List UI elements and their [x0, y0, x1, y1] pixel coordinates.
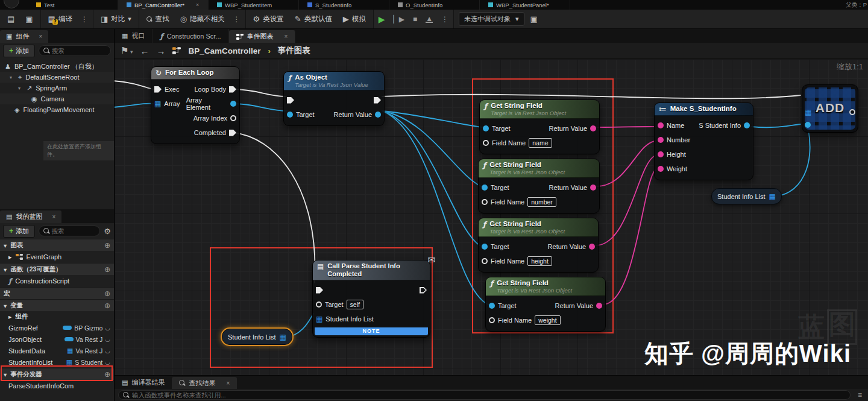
- asset-tab-wbp-studentitem[interactable]: WBP_StudentItem: [209, 0, 299, 10]
- section-macros[interactable]: 宏 ⊕: [0, 287, 114, 299]
- close-icon[interactable]: ×: [52, 213, 55, 220]
- frame-skip-button[interactable]: ▏▶: [393, 15, 404, 24]
- breadcrumb-current[interactable]: 事件图表: [278, 45, 310, 56]
- node-get-string-field-number[interactable]: ƒ Get String Field Target is Va Rest Jso…: [478, 159, 600, 213]
- node-get-string-field-name[interactable]: ƒ Get String Field Target is Va Rest Jso…: [479, 99, 600, 154]
- node-for-each-loop[interactable]: ↻ For Each Loop ExecLoop Body ▦ArrayArra…: [151, 66, 240, 144]
- section-graphs[interactable]: ▾ 图表 ⊕: [0, 239, 114, 251]
- field-name-pin[interactable]: [489, 317, 495, 323]
- var-getter-student-info-list[interactable]: Student Info List ▦: [711, 188, 782, 204]
- student-info-list-pin[interactable]: ▦: [316, 316, 322, 322]
- play-options-icon[interactable]: ⋮: [441, 15, 448, 24]
- find-references-input[interactable]: [132, 391, 846, 399]
- variable-row-studentdata[interactable]: StudentData ▦ Va Rest J ◡: [0, 345, 114, 356]
- weight-pin[interactable]: [658, 166, 664, 172]
- target-pin[interactable]: [482, 185, 488, 191]
- diff-button[interactable]: ◨ 对比 ▾: [98, 13, 134, 25]
- save-button[interactable]: ▤: [5, 13, 17, 25]
- item-in-pin[interactable]: [805, 122, 811, 128]
- return-value-pin[interactable]: [589, 244, 595, 250]
- field-name-input[interactable]: name: [529, 138, 552, 148]
- node-array-add[interactable]: ADD ▦: [802, 84, 858, 133]
- components-search-input[interactable]: [52, 47, 106, 54]
- node-get-string-field-height[interactable]: ƒ Get String Field Target is Va Rest Jso…: [478, 218, 599, 273]
- name-pin[interactable]: [658, 122, 664, 128]
- section-variables[interactable]: ▾ 变量 ⊕: [0, 299, 114, 311]
- my-blueprint-search-input[interactable]: [51, 227, 95, 235]
- tree-item-scene-root[interactable]: ▾ ⌖ DefaultSceneRoot: [0, 72, 114, 83]
- eject-button[interactable]: ▲: [426, 16, 433, 23]
- var-getter-student-info-list-selected[interactable]: Student Info List ▦: [222, 329, 292, 345]
- tab-construction-script[interactable]: ƒ Construction Scr...: [153, 29, 228, 43]
- tree-item-floating-pawn-movement[interactable]: ◈ FloatingPawnMovement: [0, 104, 114, 115]
- eye-closed-icon[interactable]: ◡: [105, 347, 110, 354]
- find-button[interactable]: 查找: [144, 13, 172, 25]
- target-pin[interactable]: [287, 112, 293, 118]
- asset-tab-test[interactable]: Test: [28, 0, 118, 10]
- node-as-object[interactable]: ƒ As Object Target is Va Rest Json Value…: [283, 71, 385, 126]
- array-out-pin[interactable]: ▦: [280, 334, 286, 340]
- item-construction-script[interactable]: ƒ ConstructionScript: [0, 275, 114, 287]
- section-event-dispatchers[interactable]: ▾ 事件分发器 ⊕: [0, 368, 114, 380]
- close-tab-icon[interactable]: ×: [196, 2, 199, 8]
- event-graph-canvas[interactable]: 缩放1:1 ↻ For Each Loop ExecLoop Body ▦Arr…: [115, 59, 868, 375]
- array-element-pin[interactable]: [230, 101, 236, 107]
- stop-button[interactable]: ■: [413, 15, 417, 24]
- field-name-pin[interactable]: [483, 140, 489, 146]
- class-defaults-button[interactable]: ✎ 类默认值: [292, 13, 335, 25]
- gear-icon[interactable]: ⚙: [104, 227, 111, 235]
- return-value-pin[interactable]: [590, 125, 596, 131]
- add-component-button[interactable]: + 添加: [3, 45, 35, 57]
- node-get-string-field-weight[interactable]: ƒ Get String Field Target is Va Rest Jso…: [485, 277, 606, 332]
- compile-button[interactable]: ▦? 编译: [46, 13, 75, 25]
- completed-pin[interactable]: [229, 130, 236, 136]
- height-pin[interactable]: [658, 151, 664, 157]
- browse-button[interactable]: ▣: [23, 13, 35, 25]
- exec-in-pin[interactable]: [316, 287, 323, 294]
- return-value-pin[interactable]: [596, 303, 602, 309]
- target-pin[interactable]: [482, 244, 488, 250]
- add-function-icon[interactable]: ⊕: [104, 265, 110, 274]
- item-event-graph[interactable]: ▸ EventGraph: [0, 251, 114, 263]
- breadcrumb-root[interactable]: BP_CamController: [188, 46, 260, 55]
- hide-options-icon[interactable]: ⋮: [233, 15, 241, 24]
- add-graph-icon[interactable]: ⊕: [104, 241, 110, 250]
- exec-out-pin[interactable]: [374, 97, 381, 104]
- tab-event-graph[interactable]: 事件图表 ×: [229, 30, 296, 43]
- tree-item-spring-arm[interactable]: ▾ ↗ SpringArm: [0, 83, 114, 93]
- close-icon[interactable]: ×: [39, 33, 42, 40]
- array-index-pin[interactable]: [230, 115, 236, 121]
- eye-closed-icon[interactable]: ◡: [105, 324, 110, 331]
- exec-out-pin[interactable]: [420, 287, 427, 294]
- asset-tab-s-studentinfo[interactable]: S_StudentInfo: [299, 0, 389, 10]
- node-make-s-studentinfo[interactable]: ≔ Make S_StudentInfo NameS Student Info …: [654, 103, 753, 180]
- class-settings-button[interactable]: ⚙ 类设置: [251, 13, 286, 25]
- array-out-pin[interactable]: ▦: [769, 194, 776, 200]
- target-pin[interactable]: [483, 125, 489, 131]
- close-icon[interactable]: ×: [226, 380, 230, 387]
- components-tab[interactable]: ▣ 组件 ×: [0, 30, 48, 43]
- collapse-icon[interactable]: ▾: [10, 75, 14, 80]
- variable-row-studentinfolist[interactable]: StudentInfoList ▦ S Student ◡: [0, 356, 114, 368]
- field-name-pin[interactable]: [482, 258, 488, 264]
- number-pin[interactable]: [658, 137, 664, 143]
- variable-row-jsonobject[interactable]: JsonObject Va Rest J ◡: [0, 333, 114, 345]
- find-results-tab[interactable]: 查找结果 ×: [172, 377, 237, 389]
- field-name-pin[interactable]: [482, 199, 488, 205]
- asset-tab-wbp-studentpanel[interactable]: WBP_StudentPanel*: [480, 0, 570, 10]
- target-pin[interactable]: [489, 303, 495, 309]
- exec-out-pin[interactable]: [229, 86, 236, 93]
- add-dispatcher-icon[interactable]: ⊕: [104, 370, 110, 379]
- group-components[interactable]: ▸ 组件: [0, 311, 114, 322]
- exec-in-pin[interactable]: [154, 86, 162, 93]
- asset-tab-bp-camcontroller[interactable]: BP_CamController* ×: [118, 0, 209, 10]
- asset-tab-o-studentinfo[interactable]: O_StudentInfo: [389, 0, 480, 10]
- tree-item-self[interactable]: ♟ BP_CamController （自我）: [0, 61, 114, 72]
- tree-item-camera[interactable]: ◉ Camera: [0, 93, 114, 104]
- return-value-pin[interactable]: [590, 185, 596, 191]
- struct-out-pin[interactable]: [744, 122, 750, 128]
- hide-unrelated-button[interactable]: ◎ 隐藏不相关: [178, 13, 227, 25]
- target-pin[interactable]: [316, 302, 322, 308]
- array-in-pin[interactable]: ▦: [805, 109, 811, 115]
- item-parse-student-info-dispatcher[interactable]: ParseStudentInfoCom: [0, 380, 114, 392]
